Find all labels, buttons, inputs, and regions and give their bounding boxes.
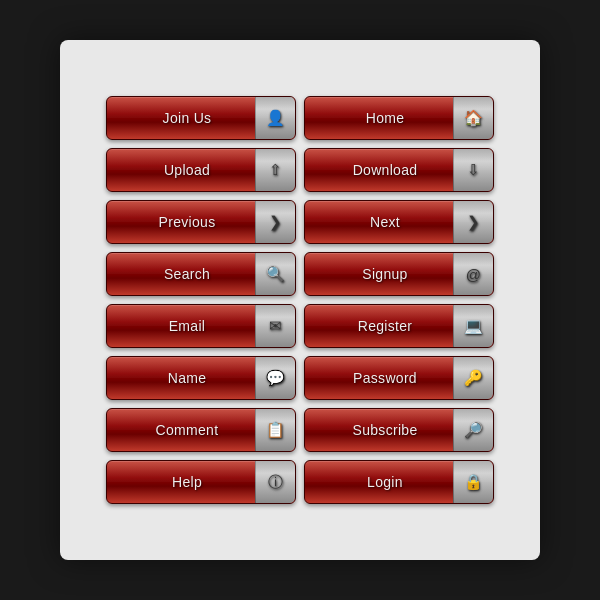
join-us-icon-box: 👤 bbox=[255, 96, 295, 140]
signup-label: Signup bbox=[317, 266, 453, 282]
signup-icon-box: @ bbox=[453, 252, 493, 296]
help-label: Help bbox=[119, 474, 255, 490]
join-us-icon: 👤 bbox=[266, 109, 285, 127]
upload-icon: ⇧ bbox=[269, 161, 282, 179]
search-label: Search bbox=[119, 266, 255, 282]
upload-label: Upload bbox=[119, 162, 255, 178]
comment-label: Comment bbox=[119, 422, 255, 438]
email-button[interactable]: Email✉ bbox=[106, 304, 296, 348]
subscribe-icon: 🔎 bbox=[464, 421, 483, 439]
home-icon-box: 🏠 bbox=[453, 96, 493, 140]
register-icon-box: 💻 bbox=[453, 304, 493, 348]
download-icon-box: ⇩ bbox=[453, 148, 493, 192]
join-us-button[interactable]: Join Us👤 bbox=[106, 96, 296, 140]
register-label: Register bbox=[317, 318, 453, 334]
password-icon-box: 🔑 bbox=[453, 356, 493, 400]
register-button[interactable]: Register💻 bbox=[304, 304, 494, 348]
name-label: Name bbox=[119, 370, 255, 386]
download-icon: ⇩ bbox=[467, 161, 480, 179]
previous-icon: ❯ bbox=[269, 213, 282, 231]
help-icon: ⓘ bbox=[268, 473, 283, 492]
signup-icon: @ bbox=[466, 266, 482, 283]
login-icon-box: 🔒 bbox=[453, 460, 493, 504]
next-button[interactable]: Next❯ bbox=[304, 200, 494, 244]
upload-icon-box: ⇧ bbox=[255, 148, 295, 192]
signup-button[interactable]: Signup@ bbox=[304, 252, 494, 296]
join-us-label: Join Us bbox=[119, 110, 255, 126]
email-icon: ✉ bbox=[269, 317, 282, 335]
search-icon: 🔍 bbox=[266, 265, 285, 283]
previous-label: Previous bbox=[119, 214, 255, 230]
subscribe-button[interactable]: Subscribe🔎 bbox=[304, 408, 494, 452]
name-button[interactable]: Name💬 bbox=[106, 356, 296, 400]
login-icon: 🔒 bbox=[464, 473, 483, 491]
search-button[interactable]: Search🔍 bbox=[106, 252, 296, 296]
main-card: Join Us👤Home🏠Upload⇧Download⇩Previous❯Ne… bbox=[60, 40, 540, 560]
password-label: Password bbox=[317, 370, 453, 386]
comment-icon: 📋 bbox=[266, 421, 285, 439]
register-icon: 💻 bbox=[464, 317, 483, 335]
download-button[interactable]: Download⇩ bbox=[304, 148, 494, 192]
previous-icon-box: ❯ bbox=[255, 200, 295, 244]
name-icon: 💬 bbox=[266, 369, 285, 387]
login-button[interactable]: Login🔒 bbox=[304, 460, 494, 504]
help-icon-box: ⓘ bbox=[255, 460, 295, 504]
comment-icon-box: 📋 bbox=[255, 408, 295, 452]
email-label: Email bbox=[119, 318, 255, 334]
upload-button[interactable]: Upload⇧ bbox=[106, 148, 296, 192]
email-icon-box: ✉ bbox=[255, 304, 295, 348]
login-label: Login bbox=[317, 474, 453, 490]
name-icon-box: 💬 bbox=[255, 356, 295, 400]
search-icon-box: 🔍 bbox=[255, 252, 295, 296]
subscribe-label: Subscribe bbox=[317, 422, 453, 438]
next-label: Next bbox=[317, 214, 453, 230]
password-button[interactable]: Password🔑 bbox=[304, 356, 494, 400]
comment-button[interactable]: Comment📋 bbox=[106, 408, 296, 452]
home-icon: 🏠 bbox=[464, 109, 483, 127]
password-icon: 🔑 bbox=[464, 369, 483, 387]
subscribe-icon-box: 🔎 bbox=[453, 408, 493, 452]
next-icon: ❯ bbox=[467, 213, 480, 231]
help-button[interactable]: Helpⓘ bbox=[106, 460, 296, 504]
download-label: Download bbox=[317, 162, 453, 178]
next-icon-box: ❯ bbox=[453, 200, 493, 244]
button-grid: Join Us👤Home🏠Upload⇧Download⇩Previous❯Ne… bbox=[86, 76, 514, 524]
previous-button[interactable]: Previous❯ bbox=[106, 200, 296, 244]
home-label: Home bbox=[317, 110, 453, 126]
home-button[interactable]: Home🏠 bbox=[304, 96, 494, 140]
